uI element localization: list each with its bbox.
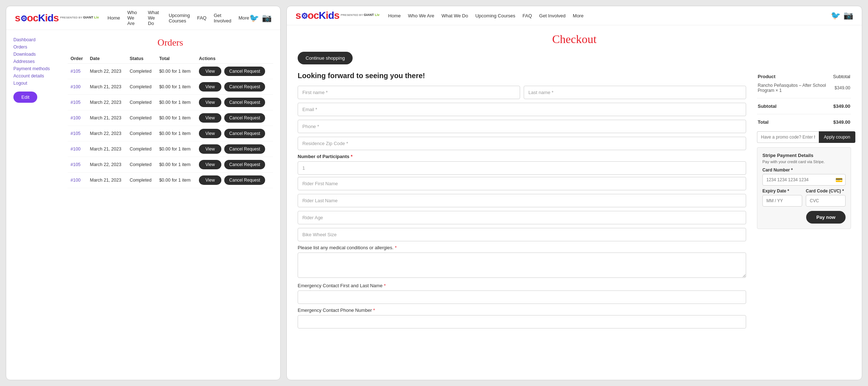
col-actions: Actions [196,54,273,64]
view-button[interactable]: View [199,129,221,138]
pay-now-button[interactable]: Pay now [806,211,846,224]
order-status: Completed [127,95,156,110]
medical-label: Please list any medical conditions or al… [298,245,746,250]
last-name-input[interactable] [524,86,746,99]
nav-whatwedo-right[interactable]: What We Do [442,13,468,18]
nav-getinvolved-left[interactable]: Get Involved [214,13,231,24]
continue-shopping-button[interactable]: Continue shopping [298,52,353,64]
action-btns: View Cancel Request [199,82,270,92]
order-date: March 21, 2023 [87,110,127,126]
coupon-row: Apply coupon [757,131,851,143]
edit-button[interactable]: Edit [13,92,37,103]
order-date: March 22, 2023 [87,126,127,141]
order-link[interactable]: #100 [71,178,81,183]
cvc-input[interactable] [806,195,846,207]
order-date: March 21, 2023 [87,173,127,188]
order-status: Completed [127,64,156,79]
view-button[interactable]: View [199,144,221,154]
col-order: Order [68,54,87,64]
order-link[interactable]: #105 [71,69,81,74]
expiry-input[interactable] [762,195,802,207]
medical-textarea[interactable] [298,253,746,278]
nav-whatwedo-left[interactable]: What We Do [148,10,161,26]
order-link[interactable]: #105 [71,100,81,105]
order-link[interactable]: #100 [71,147,81,152]
zip-input[interactable] [298,137,746,150]
nav-faq-right[interactable]: FAQ [523,13,532,18]
bike-wheel-select[interactable]: Bike Wheel Size 12" 16" 20" 24" [298,228,746,241]
cancel-request-button[interactable]: Cancel Request [224,67,265,76]
cancel-request-button[interactable]: Cancel Request [224,129,265,138]
nav-home-left[interactable]: Home [107,15,120,21]
facebook-icon-right[interactable]: 🐦 [831,11,841,20]
cancel-request-button[interactable]: Cancel Request [224,144,265,154]
order-date: March 22, 2023 [87,64,127,79]
cancel-request-button[interactable]: Cancel Request [224,113,265,123]
order-status: Completed [127,79,156,95]
logo-gear: ⚙ [20,14,27,23]
rider-last-name-input[interactable] [298,194,746,207]
cancel-request-button[interactable]: Cancel Request [224,82,265,92]
order-link[interactable]: #105 [71,131,81,136]
view-button[interactable]: View [199,67,221,76]
sidebar-item-dashboard[interactable]: Dashboard [13,37,60,42]
apply-coupon-button[interactable]: Apply coupon [819,131,855,143]
phone-input[interactable] [298,120,746,133]
order-link[interactable]: #105 [71,162,81,167]
rider-first-name-input[interactable] [298,177,746,190]
view-button[interactable]: View [199,113,221,123]
rider-age-input[interactable] [298,211,746,224]
logo-letter-r: K [319,10,326,21]
nav-whoweare-right[interactable]: Who We Are [408,13,434,18]
order-total: $0.00 for 1 item [156,95,196,110]
orders-section: Orders Order Date Status Total Actions #… [68,37,273,188]
product-price: $349.00 [833,81,850,94]
first-name-input[interactable] [298,86,520,99]
order-status: Completed [127,110,156,126]
logo-right: s⚙ocKids PRESENTED BY GIANT Liv [295,10,379,21]
nav-faq-left[interactable]: FAQ [197,15,207,21]
view-button[interactable]: View [199,98,221,107]
facebook-icon-left[interactable]: 🐦 [249,13,259,23]
view-button[interactable]: View [199,82,221,92]
instagram-icon-left[interactable]: 📷 [262,13,272,23]
coupon-input[interactable] [757,131,819,143]
email-input[interactable] [298,103,746,116]
view-button[interactable]: View [199,160,221,169]
nav-whoweare-left[interactable]: Who We Are [127,10,141,26]
view-button[interactable]: View [199,175,221,185]
card-number-input[interactable] [762,174,846,186]
emergency-phone-input[interactable] [298,315,746,328]
sidebar-item-payment[interactable]: Payment methods [13,66,60,71]
logo-letter-r: d [328,10,334,21]
sidebar-item-logout[interactable]: Logout [13,81,60,86]
checkout-form: Looking forward to seeing you there! Num [298,72,746,332]
instagram-icon-right[interactable]: 📷 [843,11,853,20]
summary-divider-2 [757,114,851,114]
social-icons-right: 🐦 📷 [831,11,853,20]
logo-letter: s [15,12,20,24]
order-link[interactable]: #100 [71,84,81,89]
order-link[interactable]: #100 [71,115,81,120]
left-panel: s⚙ocKids PRESENTED BY GIANT Liv Home Who… [6,6,281,380]
nav-home-right[interactable]: Home [388,13,401,18]
emergency-name-input[interactable] [298,290,746,304]
nav-getinvolved-right[interactable]: Get Involved [539,13,566,18]
nav-upcoming-left[interactable]: Upcoming Courses [169,13,190,24]
sidebar-item-orders[interactable]: Orders [13,44,60,50]
order-status: Completed [127,157,156,173]
cancel-request-button[interactable]: Cancel Request [224,175,265,185]
cancel-request-button[interactable]: Cancel Request [224,160,265,169]
sidebar-item-account[interactable]: Account details [13,73,60,79]
email-row [298,103,746,116]
zip-row [298,137,746,150]
total-label: Total [758,118,793,126]
nav-more-right[interactable]: More [573,13,584,18]
nav-more-left[interactable]: More [238,15,249,21]
nav-upcoming-right[interactable]: Upcoming Courses [475,13,515,18]
cancel-request-button[interactable]: Cancel Request [224,98,265,107]
sidebar-item-downloads[interactable]: Downloads [13,52,60,57]
sidebar-item-addresses[interactable]: Addresses [13,59,60,64]
participants-select[interactable]: 1 2 3 [298,161,746,175]
logo-letter-r: s [334,10,339,21]
